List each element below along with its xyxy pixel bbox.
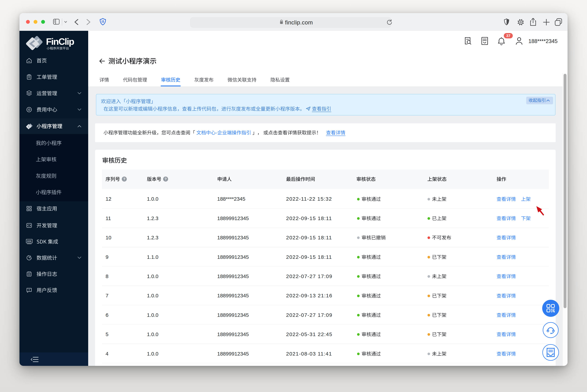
svg-text:SDK: SDK bbox=[27, 240, 32, 242]
